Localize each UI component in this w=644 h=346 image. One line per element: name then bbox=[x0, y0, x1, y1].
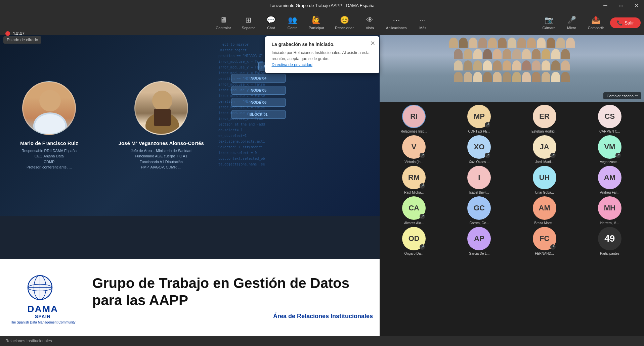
status-bar: Relaciones Institucionales bbox=[0, 336, 644, 346]
participant-tile-xo: XO 🎤 Xavi Ozaes ... bbox=[447, 135, 511, 164]
participant-avatar-gc: GC bbox=[467, 196, 491, 220]
gente-btn[interactable]: 👥 Gente bbox=[283, 14, 303, 32]
speaker-1-desc: Responsable RRII DAMA España CEO Anjana … bbox=[22, 148, 77, 170]
maximize-btn[interactable]: ▭ bbox=[613, 0, 629, 11]
privacy-link[interactable]: Directiva de privacidad bbox=[272, 62, 312, 67]
vista-btn[interactable]: 👁 Vista bbox=[360, 14, 380, 32]
mic-muted-ja: 🎤 bbox=[550, 153, 556, 158]
slide-area-label: Área de Relaciones Institucionales bbox=[92, 313, 373, 320]
participant-name-uh: Unai Goba... bbox=[535, 191, 554, 194]
controlar-icon: 🖥 bbox=[220, 16, 227, 24]
micro-icon: 🎤 bbox=[567, 16, 576, 24]
title-bar: Lanzamiento Grupo de Trabajo AAPP - DAMA… bbox=[0, 0, 644, 11]
aplicaciones-label: Aplicaciones bbox=[386, 26, 407, 30]
participar-label: Participar bbox=[309, 26, 324, 30]
speaker-1-avatar bbox=[22, 81, 76, 135]
gente-icon: 👥 bbox=[288, 16, 297, 24]
participant-avatar-ri: RI bbox=[402, 105, 426, 128]
recording-popup-close[interactable]: ✕ bbox=[370, 40, 375, 47]
dama-logo: DAMA SPAIN The Spanish Data Management C… bbox=[0, 264, 86, 331]
participant-avatar-ca: CA 🎤 bbox=[402, 196, 426, 220]
separar-label: Separar bbox=[242, 26, 255, 30]
minimize-btn[interactable]: ─ bbox=[598, 0, 613, 11]
dama-subtitle: SPAIN bbox=[35, 314, 51, 319]
node-05: NODE 05 bbox=[231, 86, 286, 95]
slide-container: ect to mirror .mirror_object peration ==… bbox=[0, 35, 380, 336]
participant-tile-er: ER Esteban Rodrig... bbox=[513, 105, 576, 133]
participant-tile-uh: UH Unai Goba... bbox=[513, 166, 576, 194]
participant-name-v: Victoria (In... bbox=[404, 160, 423, 164]
window-controls: ─ ▭ ✕ bbox=[598, 0, 644, 11]
recording-indicator bbox=[5, 31, 10, 36]
compartir-label: Compartir bbox=[588, 26, 604, 30]
participant-avatar-vm: VM 🎤 bbox=[598, 135, 621, 159]
participant-count-tile: 49 Participantes bbox=[578, 227, 641, 255]
participant-avatar-fc: FC 🎤 bbox=[533, 227, 556, 250]
svg-point-0 bbox=[39, 90, 61, 111]
mic-muted-rm: 🎤 bbox=[420, 183, 425, 189]
participant-name-i: Isabel (Invit... bbox=[469, 191, 489, 194]
participant-avatar-v: V 🎤 bbox=[402, 135, 426, 159]
participant-avatar-ja: JA 🎤 bbox=[533, 135, 556, 159]
participant-name-xo: Xavi Ozaes ... bbox=[469, 160, 489, 164]
participant-tile-mp: MP 🎤 CORTES PE... bbox=[447, 105, 511, 133]
aplicaciones-btn[interactable]: ⋯ Aplicaciones bbox=[381, 14, 412, 32]
participant-tile-cs: CS CARMEN C... bbox=[578, 105, 641, 133]
participant-name-ri: Relaciones Insti... bbox=[401, 130, 427, 133]
svg-rect-5 bbox=[154, 109, 171, 126]
participant-name-mp: CORTES PE... bbox=[468, 130, 490, 133]
participant-avatar-xo: XO 🎤 bbox=[467, 135, 491, 159]
speakers-section: Mario de Francisco Ruiz Responsable RRII… bbox=[0, 81, 204, 170]
participant-avatar-uh: UH bbox=[533, 166, 556, 189]
svg-point-3 bbox=[152, 91, 172, 111]
compartir-btn[interactable]: 📤 Compartir bbox=[583, 14, 609, 32]
participar-btn[interactable]: 🙋 Participar bbox=[304, 14, 329, 32]
main-presentation-area: ect to mirror .mirror_object peration ==… bbox=[0, 35, 380, 336]
mic-muted-v: 🎤 bbox=[420, 153, 425, 158]
participant-avatar-rm: RM 🎤 bbox=[402, 166, 426, 189]
vista-label: Vista bbox=[366, 26, 374, 30]
controlar-btn[interactable]: 🖥 Controlar bbox=[211, 14, 235, 32]
participant-name-ja: Jordi Marti... bbox=[535, 160, 554, 164]
participant-tile-am2: AM Braza More... bbox=[513, 196, 576, 225]
globe-icon bbox=[26, 271, 59, 304]
right-panel: Cambiar escena ✏ RI Relaciones Insti... … bbox=[380, 35, 644, 336]
reaccionar-btn[interactable]: 😊 Reaccionar bbox=[330, 14, 358, 32]
speaker-2-avatar bbox=[134, 81, 188, 135]
micro-label: Micro bbox=[567, 26, 576, 30]
separar-btn[interactable]: ⊞ Separar bbox=[237, 14, 260, 32]
end-call-button[interactable]: 📞 Salir bbox=[610, 17, 641, 28]
speaker-2-card: José Mª Veganzones Alonso-Cortés Jefe de… bbox=[119, 81, 204, 170]
audience-background bbox=[380, 35, 644, 102]
node-04: NODE 04 bbox=[231, 74, 286, 83]
mas-btn[interactable]: ··· Más bbox=[413, 14, 433, 32]
gallery-view: Cambiar escena ✏ bbox=[380, 35, 644, 102]
speaker-2-name: José Mª Veganzones Alonso-Cortés bbox=[119, 140, 204, 146]
participant-name-er: Esteban Rodrig... bbox=[531, 130, 557, 133]
camara-btn[interactable]: 📷 Cámara bbox=[538, 14, 560, 32]
mic-muted-xo: 🎤 bbox=[485, 153, 490, 158]
speaker-1-name: Mario de Francisco Ruiz bbox=[20, 140, 78, 146]
mic-muted-fc: 🎤 bbox=[550, 244, 556, 250]
mic-muted-od: 🎤 bbox=[420, 244, 425, 250]
micro-btn[interactable]: 🎤 Micro bbox=[562, 14, 582, 32]
participar-icon: 🙋 bbox=[312, 16, 321, 24]
cambiar-escena-btn[interactable]: Cambiar escena ✏ bbox=[603, 92, 641, 99]
dama-title: DAMA bbox=[27, 304, 58, 314]
participant-count-circle: 49 bbox=[598, 227, 621, 250]
participant-name-od: Ongaro Da... bbox=[404, 252, 423, 255]
reaccionar-label: Reaccionar bbox=[335, 26, 354, 30]
camara-icon: 📷 bbox=[545, 16, 554, 24]
participant-avatar-od: OD 🎤 bbox=[402, 227, 426, 250]
participant-avatar-mh: MH bbox=[598, 196, 621, 220]
participant-tile-rm: RM 🎤 Raúl Micha... bbox=[382, 166, 445, 194]
participant-tile-vm: VM 🎤 Veganzone... bbox=[578, 135, 641, 164]
status-text: Relaciones Institucionales bbox=[5, 339, 52, 343]
participant-name-mh: Herrero, M... bbox=[600, 221, 619, 225]
chat-btn[interactable]: 💬 Chat bbox=[261, 14, 281, 32]
participant-name-am: Andreu Far... bbox=[600, 191, 619, 194]
participant-tile-v: V 🎤 Victoria (In... bbox=[382, 135, 445, 164]
separar-icon: ⊞ bbox=[245, 16, 251, 24]
participant-tile-ca: CA 🎤 Alvarez Alo... bbox=[382, 196, 445, 225]
close-btn[interactable]: ✕ bbox=[629, 0, 644, 11]
